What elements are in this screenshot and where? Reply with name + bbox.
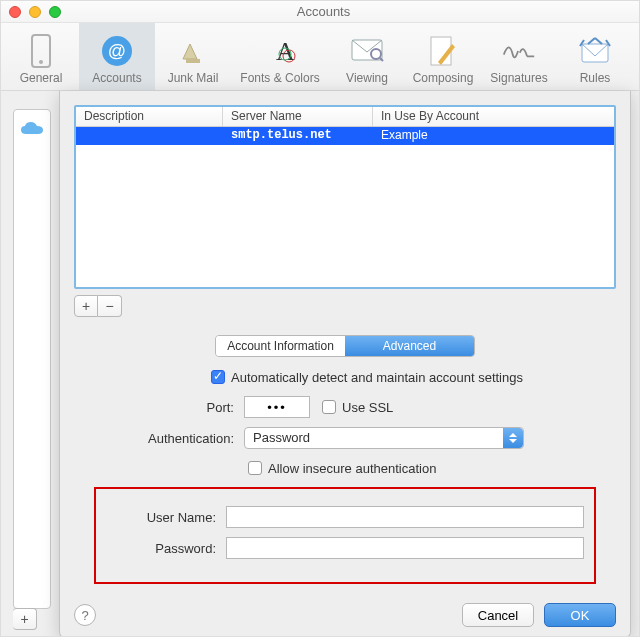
accounts-icon: @ — [100, 34, 134, 68]
tab-label: Viewing — [346, 71, 388, 85]
tab-general[interactable]: General — [3, 23, 79, 90]
port-input[interactable] — [244, 396, 310, 418]
tab-signatures[interactable]: Signatures — [481, 23, 557, 90]
table-body[interactable]: smtp.telus.net Example — [76, 127, 614, 287]
header-in-use-by[interactable]: In Use By Account — [373, 107, 614, 126]
composing-icon — [426, 34, 460, 68]
cell-description — [76, 127, 223, 145]
add-server-button[interactable]: + — [74, 295, 98, 317]
authentication-value: Password — [253, 430, 310, 445]
add-remove-controls: + − — [74, 295, 616, 317]
window-title: Accounts — [16, 4, 631, 19]
auto-detect-label: Automatically detect and maintain accoun… — [231, 370, 523, 385]
table-row[interactable]: smtp.telus.net Example — [76, 127, 614, 145]
smtp-servers-sheet: Description Server Name In Use By Accoun… — [59, 91, 631, 637]
tab-label: Composing — [413, 71, 474, 85]
svg-line-10 — [380, 58, 383, 61]
signatures-icon — [502, 34, 536, 68]
icloud-account-icon[interactable] — [20, 120, 44, 138]
tab-label: Rules — [580, 71, 611, 85]
preferences-window: Accounts General @ Accounts Junk Mail A … — [0, 0, 640, 637]
cell-server-name: smtp.telus.net — [223, 127, 373, 145]
ok-button[interactable]: OK — [544, 603, 616, 627]
tab-segmented-control: Account Information Advanced — [215, 335, 475, 357]
tab-label: Fonts & Colors — [240, 71, 319, 85]
cell-account: Example — [373, 127, 614, 145]
rules-icon — [578, 34, 612, 68]
allow-insecure-label: Allow insecure authentication — [268, 461, 436, 476]
table-header: Description Server Name In Use By Accoun… — [76, 107, 614, 127]
sheet-footer: ? Cancel OK — [74, 603, 616, 627]
tab-composing[interactable]: Composing — [405, 23, 481, 90]
outer-add-remove: + — [13, 608, 37, 630]
tab-label: General — [20, 71, 63, 85]
tab-fonts-colors[interactable]: A Fonts & Colors — [231, 23, 329, 90]
accounts-sidebar — [13, 109, 51, 609]
svg-rect-4 — [186, 59, 200, 63]
port-label: Port: — [94, 400, 244, 415]
authentication-label: Authentication: — [94, 431, 244, 446]
content-area: Description Server Name In Use By Accoun… — [1, 91, 639, 637]
credentials-highlight: User Name: Password: — [94, 487, 596, 584]
username-label: User Name: — [106, 510, 226, 525]
junk-mail-icon — [176, 34, 210, 68]
tab-rules[interactable]: Rules — [557, 23, 633, 90]
general-icon — [24, 34, 58, 68]
viewing-icon — [350, 34, 384, 68]
servers-table: Description Server Name In Use By Accoun… — [74, 105, 616, 289]
auto-detect-checkbox[interactable] — [211, 370, 225, 384]
advanced-form: Automatically detect and maintain accoun… — [74, 367, 616, 584]
preferences-toolbar: General @ Accounts Junk Mail A Fonts & C… — [1, 23, 639, 91]
password-label: Password: — [106, 541, 226, 556]
svg-text:@: @ — [108, 41, 126, 61]
tab-account-information[interactable]: Account Information — [216, 336, 345, 356]
header-server-name[interactable]: Server Name — [223, 107, 373, 126]
password-input[interactable] — [226, 537, 584, 559]
help-button[interactable]: ? — [74, 604, 96, 626]
username-input[interactable] — [226, 506, 584, 528]
tab-label: Accounts — [92, 71, 141, 85]
remove-server-button[interactable]: − — [98, 295, 122, 317]
header-description[interactable]: Description — [76, 107, 223, 126]
tab-viewing[interactable]: Viewing — [329, 23, 405, 90]
titlebar: Accounts — [1, 1, 639, 23]
svg-rect-12 — [582, 44, 608, 62]
authentication-select[interactable]: Password — [244, 427, 524, 449]
tab-label: Junk Mail — [168, 71, 219, 85]
chevron-updown-icon — [503, 428, 523, 448]
tab-advanced[interactable]: Advanced — [345, 336, 474, 356]
add-account-button[interactable]: + — [13, 608, 37, 630]
allow-insecure-checkbox[interactable] — [248, 461, 262, 475]
tab-accounts[interactable]: @ Accounts — [79, 23, 155, 90]
cancel-button[interactable]: Cancel — [462, 603, 534, 627]
fonts-colors-icon: A — [263, 34, 297, 68]
svg-point-1 — [39, 60, 43, 64]
use-ssl-checkbox[interactable] — [322, 400, 336, 414]
use-ssl-label: Use SSL — [342, 400, 393, 415]
tab-label: Signatures — [490, 71, 547, 85]
tab-junk-mail[interactable]: Junk Mail — [155, 23, 231, 90]
